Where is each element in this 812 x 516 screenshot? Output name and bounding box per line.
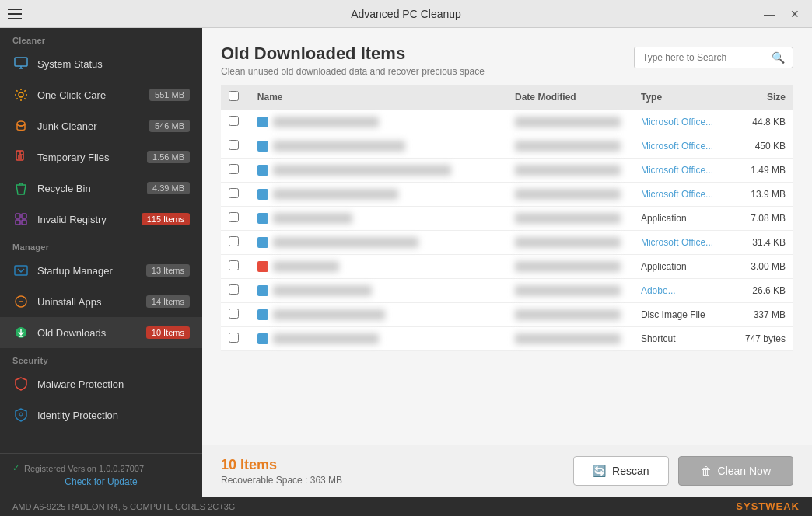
col-header-type: Type	[633, 85, 736, 110]
search-box[interactable]: 🔍	[634, 47, 793, 68]
sidebar-item-invalid-registry[interactable]: Invalid Registry 115 Items	[0, 204, 202, 235]
sidebar-item-old-downloads[interactable]: Old Downloads 10 Items	[0, 317, 202, 348]
brand-sys: SYS	[736, 500, 758, 512]
svg-rect-12	[22, 214, 26, 218]
sidebar-label-temporary-files: Temporary Files	[37, 152, 139, 163]
search-input[interactable]	[642, 52, 767, 63]
file-size-cell: 31.4 KB	[736, 231, 793, 255]
file-date-text: ████████████████	[515, 165, 621, 176]
file-name-cell: ████████████████	[250, 327, 507, 351]
sidebar-item-uninstall-apps[interactable]: Uninstall Apps 14 Items	[0, 286, 202, 317]
hamburger-menu[interactable]	[8, 9, 22, 19]
file-date-cell: ████████████████	[507, 303, 633, 327]
status-bar: AMD A6-9225 RADEON R4, 5 COMPUTE CORES 2…	[0, 497, 812, 516]
recoverable-space-label: Recoverable Space : 363 MB	[221, 475, 342, 486]
file-size-cell: 44.8 KB	[736, 110, 793, 134]
footer-actions: 🔄 Rescan 🗑 Clean Now	[573, 456, 793, 486]
row-checkbox[interactable]	[229, 236, 239, 246]
junk-icon	[12, 117, 30, 134]
file-name-text: ██████████████████████	[273, 237, 418, 248]
file-type-cell: Application	[633, 255, 736, 279]
file-type-cell: Adobe...	[633, 279, 736, 303]
file-name-text: ████████████████████	[273, 141, 405, 152]
file-size-cell: 13.9 MB	[736, 183, 793, 207]
brand-logo: SYSTWEAK	[736, 500, 800, 512]
download-icon	[12, 324, 30, 341]
table-row: ████████████████████████████████████████…	[221, 159, 793, 183]
clean-label: Clean Now	[718, 465, 771, 477]
file-date-text: ████████████████	[515, 213, 621, 224]
file-type-cell: Disc Image File	[633, 303, 736, 327]
table-row: █████████████████████████████████Disc Im…	[221, 303, 793, 327]
sidebar-label-one-click-care: One Click Care	[37, 89, 142, 101]
file-type-cell: Shortcut	[633, 327, 736, 351]
sidebar-label-invalid-registry: Invalid Registry	[37, 214, 134, 225]
registry-icon	[12, 211, 30, 228]
file-name-cell: ███████████████	[250, 279, 507, 303]
sidebar: Cleaner System Status One Click Care 551…	[0, 28, 202, 497]
table-row: ██████████████████████████Application3.0…	[221, 255, 793, 279]
file-date-cell: ████████████████	[507, 183, 633, 207]
svg-point-3	[19, 92, 23, 97]
sidebar-item-recycle-bin[interactable]: Recycle Bin 4.39 MB	[0, 173, 202, 204]
sidebar-item-identity-protection[interactable]: Identity Protection	[0, 399, 202, 431]
row-checkbox[interactable]	[229, 212, 239, 222]
col-header-date: Date Modified	[507, 85, 633, 110]
file-date-text: ████████████████	[515, 309, 621, 320]
row-checkbox[interactable]	[229, 333, 239, 343]
check-update-link[interactable]: Check for Update	[12, 476, 190, 487]
file-size-cell: 26.6 KB	[736, 279, 793, 303]
row-checkbox[interactable]	[229, 116, 239, 126]
sidebar-badge-recycle-bin: 4.39 MB	[147, 182, 190, 194]
sidebar-section-cleaner: Cleaner	[0, 28, 202, 48]
search-icon[interactable]: 🔍	[772, 51, 785, 64]
file-date-text: ████████████████	[515, 237, 621, 248]
sidebar-badge-uninstall-apps: 14 Items	[146, 295, 190, 308]
row-checkbox[interactable]	[229, 140, 239, 150]
file-name-text: ███████████████████████████	[273, 165, 452, 176]
sidebar-label-identity-protection: Identity Protection	[37, 410, 190, 421]
row-checkbox[interactable]	[229, 284, 239, 295]
file-name-cell: ███████████████████████████	[250, 159, 507, 183]
select-all-checkbox[interactable]	[229, 91, 239, 101]
file-icon	[257, 141, 268, 152]
row-checkbox[interactable]	[229, 164, 239, 174]
file-size-cell: 450 KB	[736, 134, 793, 159]
sidebar-item-temporary-files[interactable]: Temporary Files 1.56 MB	[0, 141, 202, 173]
file-name-text: ████████████████	[273, 117, 379, 127]
file-date-text: ████████████████	[515, 261, 621, 272]
file-date-text: ████████████████	[515, 285, 621, 296]
sidebar-label-uninstall-apps: Uninstall Apps	[37, 296, 138, 308]
row-checkbox[interactable]	[229, 188, 239, 198]
col-header-name: Name	[250, 85, 507, 110]
col-header-checkbox	[221, 85, 250, 110]
file-date-text: ████████████████	[515, 189, 621, 200]
file-type-cell: Microsoft Office...	[633, 110, 736, 134]
file-name-cell: ████████████████	[250, 110, 507, 134]
content-footer: 10 Items Recoverable Space : 363 MB 🔄 Re…	[202, 445, 812, 497]
title-bar-left	[8, 9, 22, 19]
svg-rect-11	[16, 214, 20, 218]
file-icon	[257, 333, 268, 344]
sidebar-item-one-click-care[interactable]: One Click Care 551 MB	[0, 79, 202, 110]
file-type-cell: Microsoft Office...	[633, 159, 736, 183]
col-header-size: Size	[736, 85, 793, 110]
minimize-button[interactable]: —	[759, 6, 779, 22]
sidebar-footer: ✓ Registered Version 1.0.0.27007 Check f…	[0, 453, 202, 497]
table-row: ██████████████████████████████████████Mi…	[221, 231, 793, 255]
trash-icon: 🗑	[701, 465, 712, 477]
sidebar-item-malware-protection[interactable]: Malware Protection	[0, 368, 202, 399]
row-checkbox[interactable]	[229, 260, 239, 270]
close-button[interactable]: ✕	[786, 6, 804, 22]
file-name-cell: ████████████████████	[250, 134, 507, 159]
content-header-info: Old Downloaded Items Clean unused old do…	[221, 44, 485, 77]
sidebar-label-recycle-bin: Recycle Bin	[37, 183, 139, 194]
clean-now-button[interactable]: 🗑 Clean Now	[678, 456, 793, 486]
row-checkbox[interactable]	[229, 309, 239, 319]
sidebar-badge-junk-cleaner: 546 MB	[149, 120, 190, 132]
sidebar-item-system-status[interactable]: System Status	[0, 48, 202, 79]
sidebar-item-junk-cleaner[interactable]: Junk Cleaner 546 MB	[0, 110, 202, 141]
sidebar-item-startup-manager[interactable]: Startup Manager 13 Items	[0, 255, 202, 286]
file-date-cell: ████████████████	[507, 231, 633, 255]
rescan-button[interactable]: 🔄 Rescan	[573, 456, 668, 486]
